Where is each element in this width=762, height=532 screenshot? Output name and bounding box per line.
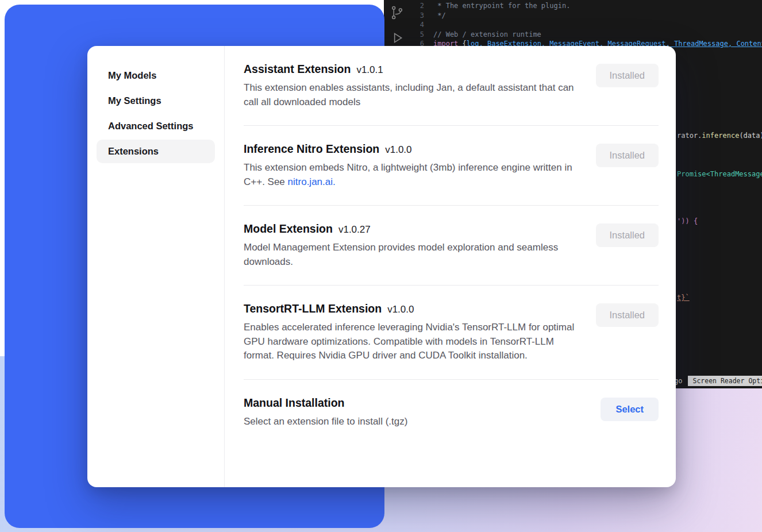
- code-text: rator.: [677, 132, 702, 140]
- code-fragment: ')) {: [677, 217, 698, 225]
- extension-version: v1.0.0: [385, 144, 411, 155]
- line-number: 4: [410, 20, 424, 30]
- code-text: */: [433, 11, 446, 21]
- extension-title: TensortRT-LLM Extension: [244, 302, 382, 315]
- line-number: 5: [410, 30, 424, 40]
- code-function: inference: [702, 132, 739, 140]
- sidebar-item-my-settings[interactable]: My Settings: [97, 89, 215, 113]
- sidebar-item-advanced-settings[interactable]: Advanced Settings: [97, 114, 215, 138]
- extension-info: Manual Installation Select an extension …: [244, 396, 407, 429]
- extension-description: This extension enables assistants, inclu…: [244, 81, 582, 109]
- extension-title: Assistant Extension: [244, 63, 351, 75]
- line-number: 2: [410, 1, 424, 11]
- extension-title: Inference Nitro Extension: [244, 142, 379, 155]
- extension-row-assistant: Assistant Extensionv1.0.1 This extension…: [244, 46, 659, 126]
- extension-version: v1.0.1: [356, 64, 383, 75]
- editor-status-bar: go Screen Reader Optimize: [674, 376, 762, 386]
- sidebar-item-my-models[interactable]: My Models: [97, 64, 215, 87]
- code-text: (data));: [739, 132, 762, 140]
- installed-button[interactable]: Installed: [596, 303, 659, 327]
- run-debug-icon: [390, 30, 405, 47]
- code-line: 4: [410, 20, 762, 30]
- code-fragment: rator.inference(data));: [677, 132, 762, 140]
- code-line: 5 // Web / extension runtime: [410, 30, 762, 40]
- code-fragment: t}`: [677, 294, 690, 302]
- extension-info: Model Extensionv1.0.27 Model Management …: [244, 222, 582, 269]
- nitro-link[interactable]: nitro.jan.ai.: [288, 176, 336, 187]
- manual-installation-description: Select an extension file to install (.tg…: [244, 415, 407, 429]
- manual-installation-title: Manual Installation: [244, 396, 345, 409]
- extension-description: Enables accelerated inference leveraging…: [244, 321, 582, 363]
- editor-code-area: 2 * The entrypoint for the plugin. 3 */ …: [410, 1, 762, 49]
- code-line: 2 * The entrypoint for the plugin.: [410, 1, 762, 11]
- extension-title: Model Extension: [244, 222, 333, 235]
- line-number: 3: [410, 11, 424, 21]
- screen-reader-badge: Screen Reader Optimize: [688, 376, 762, 386]
- extension-info: TensortRT-LLM Extensionv1.0.0 Enables ac…: [244, 302, 582, 363]
- extension-description: This extension embeds Nitro, a lightweig…: [244, 161, 582, 189]
- extension-info: Assistant Extensionv1.0.1 This extension…: [244, 63, 582, 109]
- sidebar-item-extensions[interactable]: Extensions: [97, 140, 215, 163]
- extension-version: v1.0.0: [387, 304, 414, 315]
- extension-version: v1.0.27: [338, 224, 371, 235]
- select-file-button[interactable]: Select: [601, 398, 659, 421]
- code-text: // Web / extension runtime: [433, 30, 541, 40]
- extension-row-tensorrt: TensortRT-LLM Extensionv1.0.0 Enables ac…: [244, 286, 659, 380]
- extension-description: Model Management Extension provides mode…: [244, 241, 582, 269]
- settings-sidebar: My Models My Settings Advanced Settings …: [87, 46, 225, 487]
- code-fragment: Promise<ThreadMessage>: [677, 170, 762, 178]
- code-line: 3 */: [410, 11, 762, 21]
- extension-info: Inference Nitro Extensionv1.0.0 This ext…: [244, 142, 582, 189]
- extension-row-model: Model Extensionv1.0.27 Model Management …: [244, 206, 659, 286]
- code-text: * The entrypoint for the plugin.: [433, 1, 570, 11]
- settings-modal: My Models My Settings Advanced Settings …: [87, 46, 676, 487]
- extensions-list: Assistant Extensionv1.0.1 This extension…: [225, 46, 676, 487]
- source-control-icon: [389, 5, 405, 22]
- installed-button[interactable]: Installed: [596, 223, 659, 247]
- manual-installation-row: Manual Installation Select an extension …: [244, 380, 659, 445]
- installed-button[interactable]: Installed: [596, 144, 659, 167]
- page: { "background": { "blue_color": "#3d68f4…: [0, 0, 762, 532]
- installed-button[interactable]: Installed: [596, 64, 659, 87]
- extension-row-nitro: Inference Nitro Extensionv1.0.0 This ext…: [244, 126, 659, 206]
